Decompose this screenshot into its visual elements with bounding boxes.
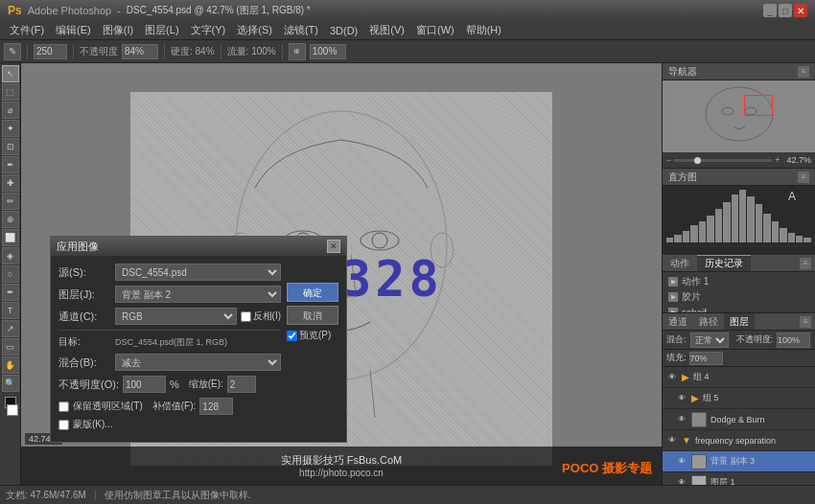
eye-icon[interactable]: 👁	[666, 372, 678, 383]
dialog-close-button[interactable]: ✕	[327, 240, 340, 253]
flow-input[interactable]	[310, 44, 346, 59]
eye-icon[interactable]: 👁	[676, 456, 687, 468]
eraser-tool[interactable]: ⬜	[2, 229, 19, 246]
title-text: Adobe Photoshop	[28, 5, 111, 16]
tab-actions[interactable]: 动作	[663, 255, 697, 271]
menu-view[interactable]: 视图(V)	[363, 21, 410, 39]
eye-icon[interactable]: 👁	[676, 477, 687, 486]
menu-help[interactable]: 帮助(H)	[460, 21, 507, 39]
layers-menu-button[interactable]: ≡	[800, 316, 811, 328]
zoom-minus-icon[interactable]: −	[666, 155, 671, 165]
marquee-tool[interactable]: ⬚	[2, 83, 19, 101]
menu-layer[interactable]: 图层(L)	[139, 21, 184, 39]
histogram-menu-button[interactable]: ≡	[798, 172, 809, 183]
menu-3d[interactable]: 3D(D)	[324, 23, 363, 38]
wand-tool[interactable]: ✦	[2, 120, 19, 137]
brush-tool[interactable]: ✏	[2, 193, 19, 210]
preserve-checkbox[interactable]	[58, 401, 69, 412]
tab-layers[interactable]: 图层	[724, 313, 755, 330]
menu-text[interactable]: 文字(Y)	[185, 21, 232, 39]
history-menu-button[interactable]: ≡	[800, 258, 811, 269]
menu-filter[interactable]: 滤镜(T)	[278, 21, 324, 39]
file-title: DSC_4554.psd @ 42.7% (图层 1, RGB/8) *	[127, 4, 311, 17]
ok-button[interactable]: 确定	[287, 283, 338, 302]
layer-item-group4[interactable]: 👁 ▶ 组 4	[663, 367, 815, 388]
hand-tool[interactable]: ✋	[2, 356, 19, 374]
lasso-tool[interactable]: ⌀	[2, 102, 19, 119]
path-tool[interactable]: ↗	[2, 320, 19, 337]
layer-item-freq-sep[interactable]: 👁 ▼ frequency separation	[663, 430, 815, 451]
layer-item-layer1[interactable]: 👁 图层 1	[663, 472, 815, 485]
source-row: 源(S): DSC_4554.psd	[58, 263, 281, 281]
folder-icon: ▶	[691, 393, 699, 403]
zoom-input[interactable]: 250	[34, 44, 67, 59]
navigator-header: 导航器 ≡	[663, 63, 815, 80]
source-select[interactable]: DSC_4554.psd	[115, 263, 281, 281]
layer-item-group5[interactable]: 👁 ▶ 组 5	[663, 388, 815, 409]
zoom-tool[interactable]: 🔍	[2, 375, 19, 392]
layer-opacity-input[interactable]	[777, 332, 810, 348]
eye-icon[interactable]: 👁	[676, 393, 687, 404]
navigator-zoom: − + 42.7%	[663, 152, 815, 168]
preview-row: 预览(P)	[287, 329, 338, 342]
history-item[interactable]: ▶ 动作 1	[663, 274, 815, 289]
layer-item-bg3[interactable]: 👁 背景 副本 3	[663, 451, 815, 472]
history-item[interactable]: ▶ 胶片	[663, 289, 815, 305]
maximize-button[interactable]: □	[779, 4, 792, 17]
menu-window[interactable]: 窗口(W)	[410, 21, 460, 39]
history-label: 胶片	[682, 290, 701, 304]
crop-tool[interactable]: ⊡	[2, 138, 19, 155]
layer-row: 图层(J): 背景 副本 2	[58, 286, 281, 303]
cancel-button[interactable]: 取消	[287, 306, 338, 325]
layer-name: 组 4	[693, 371, 811, 383]
menu-file[interactable]: 文件(F)	[4, 21, 50, 39]
navigator-menu-button[interactable]: ≡	[798, 66, 809, 78]
healing-tool[interactable]: ✚	[2, 174, 19, 192]
channel-select[interactable]: RGB	[115, 308, 237, 325]
layer-select[interactable]: 背景 副本 2	[115, 286, 281, 303]
shape-tool[interactable]: ▭	[2, 338, 19, 355]
offset-input[interactable]: 128	[199, 398, 233, 415]
tab-history[interactable]: 历史记录	[697, 255, 751, 271]
opacity-input[interactable]	[122, 44, 158, 59]
opacity-value-input[interactable]: 100	[123, 376, 166, 393]
layer-fill-input[interactable]	[689, 352, 723, 365]
histogram-title: 直方图	[668, 171, 697, 184]
opacity-unit: %	[170, 378, 179, 390]
eye-icon[interactable]: 👁	[676, 414, 687, 425]
canvas-area[interactable]: 956328 42.74% 实用摄影技巧 FsBus.CoM http://ph…	[21, 63, 662, 485]
brush-icon[interactable]: ✎	[4, 43, 21, 60]
layer-thumb	[691, 412, 707, 427]
navigator-preview[interactable]	[663, 80, 815, 152]
layer-blend-select[interactable]: 正常	[690, 332, 729, 348]
layer-item-dodge-burn[interactable]: 👁 Dodge & Burn	[663, 409, 815, 430]
gradient-tool[interactable]: ◈	[2, 247, 19, 264]
dodge-tool[interactable]: ○	[2, 265, 19, 283]
eye-icon[interactable]: 👁	[666, 435, 678, 447]
menu-select[interactable]: 选择(S)	[231, 21, 278, 39]
toolbar-sep-4	[221, 44, 221, 59]
tab-paths[interactable]: 路径	[693, 313, 724, 330]
blend-select[interactable]: 减去	[115, 354, 281, 371]
bg-color[interactable]	[7, 404, 18, 416]
history-item[interactable]: ▶ schaif	[663, 305, 815, 312]
pen-tool[interactable]: ✒	[2, 284, 19, 301]
menu-image[interactable]: 图像(I)	[97, 21, 139, 39]
tab-channels[interactable]: 通道	[663, 313, 693, 330]
zoom-plus-icon[interactable]: +	[775, 155, 780, 165]
minimize-button[interactable]: _	[763, 4, 777, 17]
menu-edit[interactable]: 编辑(E)	[50, 21, 97, 39]
clone-tool[interactable]: ⊕	[2, 211, 19, 228]
mask-checkbox[interactable]	[58, 420, 69, 430]
scale-input[interactable]: 2	[227, 376, 256, 393]
navigator-rect	[744, 95, 773, 116]
move-tool[interactable]: ↖	[2, 65, 19, 82]
dialog-titlebar[interactable]: 应用图像 ✕	[51, 237, 346, 256]
zoom-slider-thumb[interactable]	[694, 157, 701, 164]
preview-checkbox[interactable]	[287, 331, 297, 341]
type-tool[interactable]: T	[2, 302, 19, 319]
airbrush-icon[interactable]: ⊕	[289, 43, 306, 60]
eyedropper-tool[interactable]: ✒	[2, 156, 19, 173]
invert-checkbox[interactable]	[241, 311, 251, 322]
close-button[interactable]: ✕	[794, 4, 807, 17]
